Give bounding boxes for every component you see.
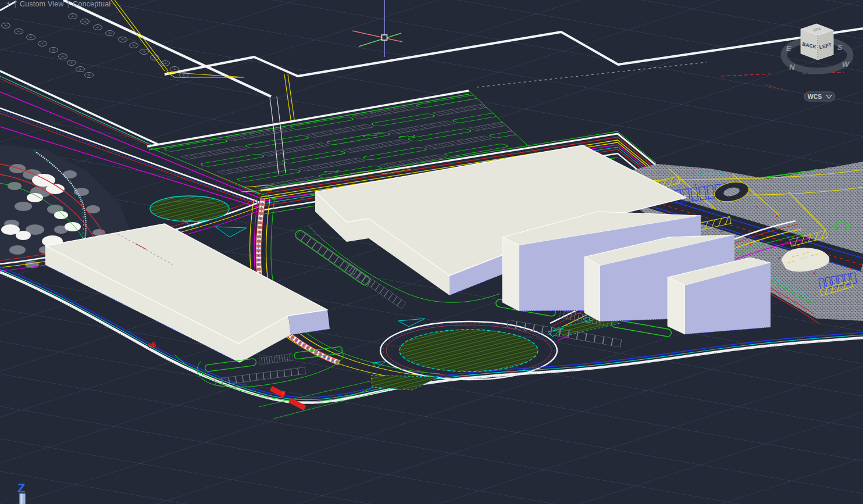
crosshair-cursor	[352, 0, 402, 57]
ucs-z-label: Z	[17, 481, 25, 495]
compass-s[interactable]: S	[837, 43, 843, 52]
viewport-canvas[interactable]: + | Custom View | Conceptual	[0, 0, 863, 504]
viewport-menu-view[interactable]: Custom View	[17, 0, 67, 8]
roundabout-large	[400, 330, 538, 371]
compass-w[interactable]: W	[842, 60, 850, 69]
viewport-controls: + | Custom View | Conceptual	[3, 0, 113, 9]
red-curb-annotation: 88	[147, 340, 157, 351]
scene-svg: 88	[0, 0, 863, 504]
ucs-icon: Z	[17, 481, 26, 504]
wcs-label: WCS	[808, 93, 822, 100]
building-left	[45, 224, 330, 363]
viewport-menu-style[interactable]: Conceptual	[70, 0, 113, 8]
roundabout-small	[150, 196, 229, 221]
compass-n[interactable]: N	[789, 63, 795, 72]
viewport-menu-expand[interactable]: +	[3, 0, 14, 8]
viewcube: N W S E BACK LEFT TOP WCS	[784, 24, 850, 101]
wcs-button[interactable]: WCS	[804, 92, 835, 101]
compass-e[interactable]: E	[786, 44, 791, 53]
pickbox	[382, 35, 387, 40]
